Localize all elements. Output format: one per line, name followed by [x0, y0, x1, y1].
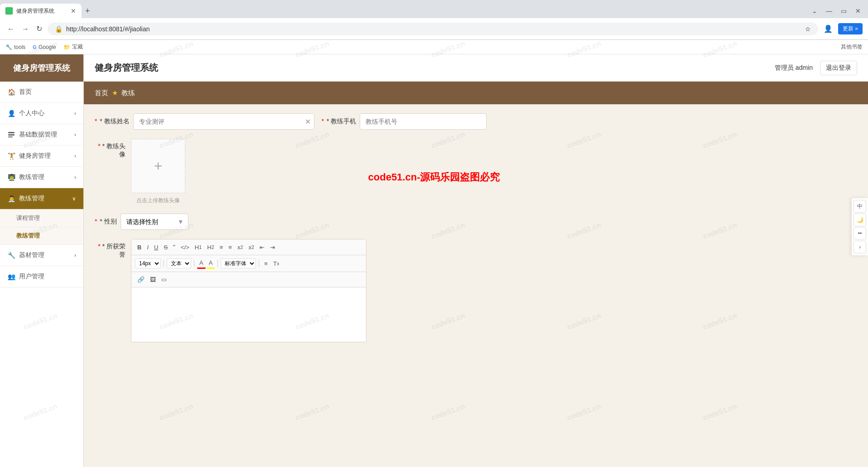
- font-color-button[interactable]: A: [197, 258, 206, 269]
- bg-color-button[interactable]: A: [207, 258, 215, 269]
- basic-data-arrow: ›: [74, 131, 76, 138]
- align-right-button[interactable]: ≡: [226, 243, 234, 252]
- italic-button[interactable]: I: [145, 243, 151, 252]
- align-center-button[interactable]: ≡: [262, 259, 270, 268]
- tab-search-button[interactable]: ⌄: [808, 5, 821, 17]
- coach-training-submenu: 课程管理 教练管理: [0, 209, 83, 244]
- main-content: 健身房管理系统 管理员 admin 退出登录 首页 ★ 教练 * * 教练姓名: [84, 54, 868, 467]
- sidebar-link-gym[interactable]: 🏋️ 健身房管理 ›: [0, 146, 83, 166]
- other-bookmarks[interactable]: 其他书签: [841, 43, 863, 51]
- trainer-name-input[interactable]: [133, 113, 314, 130]
- gender-select[interactable]: 请选择性别 男 女: [121, 214, 188, 230]
- back-button[interactable]: ←: [5, 23, 16, 35]
- coach-mgmt-icon: 👨‍🏫: [7, 173, 15, 181]
- active-tab[interactable]: 健身房管理系统 ✕: [0, 4, 82, 18]
- logout-button[interactable]: 退出登录: [820, 61, 857, 75]
- right-side-panel: 中 🌙 •• ›: [852, 198, 868, 255]
- sidebar-link-coach-training[interactable]: 👨‍💼 教练管理 ∨: [0, 188, 83, 209]
- svg-rect-3: [8, 136, 13, 137]
- align-left-button[interactable]: ≡: [217, 243, 226, 252]
- trainer-phone-input[interactable]: [360, 113, 487, 130]
- text-type-select[interactable]: 文本: [167, 258, 191, 268]
- trainer-name-clear-button[interactable]: ✕: [305, 117, 311, 126]
- toolbar-sep-2: [194, 260, 194, 267]
- submenu-item-coach-training: 教练管理: [0, 227, 83, 244]
- bookmark-google[interactable]: G Google: [33, 44, 56, 50]
- trainer-name-field: * * 教练姓名 ✕: [95, 113, 314, 130]
- strikethrough-button[interactable]: S: [161, 243, 170, 252]
- link-button[interactable]: 🔗: [135, 275, 147, 284]
- window-restore-button[interactable]: ▭: [837, 5, 850, 17]
- gender-field: * * 性别 请选择性别 男 女 ▼: [95, 214, 188, 230]
- h1-button[interactable]: H1: [193, 243, 204, 252]
- sidebar-item-coach-training: 👨‍💼 教练管理 ∨ 课程管理 教练管理: [0, 188, 83, 245]
- url-bar[interactable]: 🔒 http://localhost:8081/#/jiaolian ☆: [48, 23, 818, 35]
- google-icon: G: [33, 44, 37, 50]
- personal-icon: 👤: [7, 109, 15, 117]
- submenu-link-coach-training[interactable]: 教练管理: [0, 227, 83, 244]
- sidebar-item-personal: 👤 个人中心 ›: [0, 103, 83, 124]
- url-star-icon[interactable]: ☆: [805, 25, 811, 33]
- window-close-button[interactable]: ✕: [852, 5, 864, 17]
- blockquote-button[interactable]: ": [171, 242, 178, 252]
- gender-label: * * 性别: [95, 218, 117, 226]
- sidebar-link-coach-mgmt[interactable]: 👨‍🏫 教练管理 ›: [0, 167, 83, 188]
- tools-icon: 🔧: [5, 44, 12, 50]
- refresh-button[interactable]: ↻: [34, 23, 44, 35]
- window-minimize-button[interactable]: —: [823, 5, 835, 17]
- avatar-hint: 点击上传教练头像: [136, 197, 180, 204]
- font-size-select[interactable]: 14px: [135, 258, 161, 268]
- outdent-button[interactable]: ⇤: [257, 243, 267, 252]
- profile-button[interactable]: 👤: [822, 23, 834, 35]
- rich-editor: B I U S " </> H1 H2 ≡ ≡ x2 x2 ⇤ ⇥: [131, 239, 366, 342]
- form-row-achievements: * * 所获荣誉 B I U S " </> H1 H2 ≡: [95, 239, 857, 342]
- sidebar-link-basic-data[interactable]: 基础数据管理 ›: [0, 124, 83, 145]
- h2-button[interactable]: H2: [205, 243, 216, 252]
- toolbar-sep-4: [259, 260, 259, 267]
- forward-button[interactable]: →: [20, 23, 31, 35]
- superscript-button[interactable]: x2: [246, 243, 256, 252]
- avatar-label: * 教练头像: [102, 142, 125, 158]
- side-icon-dots[interactable]: ••: [854, 227, 866, 240]
- app-container: 健身房管理系统 🏠 首页 👤 个人中心 ›: [0, 54, 868, 467]
- bookmark-treasure[interactable]: 📁 宝藏: [63, 43, 83, 51]
- tab-close-button[interactable]: ✕: [71, 7, 76, 15]
- submenu-link-course[interactable]: 课程管理: [0, 209, 83, 227]
- subscript-button[interactable]: x2: [235, 243, 246, 252]
- form-row-gender: * * 性别 请选择性别 男 女 ▼: [95, 214, 857, 230]
- bookmark-tools[interactable]: 🔧 tools: [5, 44, 25, 50]
- svg-rect-2: [8, 134, 14, 136]
- update-button[interactable]: 更新 »: [838, 23, 863, 34]
- breadcrumb-star-icon: ★: [112, 89, 118, 97]
- indent-button[interactable]: ⇥: [268, 243, 277, 252]
- side-icon-moon[interactable]: 🌙: [854, 214, 866, 226]
- sidebar-link-home[interactable]: 🏠 首页: [0, 82, 83, 102]
- sidebar-link-user-mgmt[interactable]: 👥 用户管理: [0, 266, 83, 287]
- new-tab-button[interactable]: +: [82, 5, 94, 18]
- font-family-select[interactable]: 标准字体: [221, 258, 256, 268]
- editor-body[interactable]: [131, 287, 366, 342]
- sidebar-link-personal[interactable]: 👤 个人中心 ›: [0, 103, 83, 124]
- equipment-arrow: ›: [74, 252, 76, 258]
- editor-toolbar-row3: 🔗 🖼 ▭: [131, 272, 366, 287]
- svg-rect-0: [6, 8, 12, 14]
- form-row-1: * * 教练姓名 ✕ * * 教练手机: [95, 113, 857, 130]
- bold-button[interactable]: B: [135, 243, 144, 252]
- achievements-label-container: * * 所获荣誉: [95, 239, 131, 259]
- form-area: * * 教练姓名 ✕ * * 教练手机: [84, 104, 868, 360]
- clear-format-button[interactable]: Tx: [271, 259, 281, 268]
- code-button[interactable]: </>: [178, 243, 192, 252]
- breadcrumb-home[interactable]: 首页: [95, 89, 108, 97]
- image-button[interactable]: 🖼: [148, 275, 158, 284]
- sidebar-link-equipment[interactable]: 🔧 器材管理 ›: [0, 245, 83, 266]
- side-icon-expand[interactable]: ›: [854, 241, 866, 253]
- sidebar-item-user-mgmt: 👥 用户管理: [0, 266, 83, 287]
- side-icon-zh[interactable]: 中: [854, 200, 866, 213]
- underline-button[interactable]: U: [152, 243, 160, 252]
- svg-rect-1: [8, 132, 14, 133]
- avatar-upload-box[interactable]: +: [131, 139, 185, 193]
- video-button[interactable]: ▭: [159, 275, 169, 284]
- tab-bar: 健身房管理系统 ✕ + ⌄ — ▭ ✕: [0, 0, 868, 18]
- user-mgmt-icon: 👥: [7, 272, 15, 281]
- admin-label: 管理员 admin: [775, 64, 813, 72]
